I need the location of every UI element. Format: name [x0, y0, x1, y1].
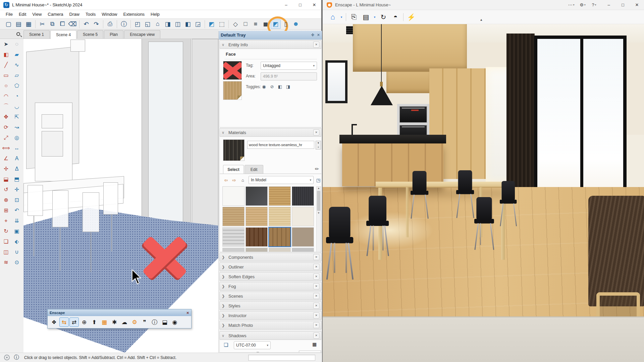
chevron-down-icon[interactable]: ▾: [339, 11, 344, 23]
dimension-tool[interactable]: ↔: [12, 143, 22, 153]
view-front-button[interactable]: ⌂: [153, 19, 163, 29]
swatch-wood-beige[interactable]: [222, 207, 245, 226]
redo-button[interactable]: ↷: [91, 19, 101, 29]
close-icon[interactable]: ✕: [313, 293, 319, 299]
panel-header-entity-info[interactable]: ∨ Entity Info ✕: [219, 40, 322, 49]
secondary-pane-toggle[interactable]: ▾＋: [316, 141, 321, 149]
swatch-gray-a[interactable]: [222, 248, 245, 252]
account-button[interactable]: ◉: [170, 317, 179, 327]
scale-tool[interactable]: ⤢: [1, 132, 11, 143]
page-button[interactable]: ▯: [281, 19, 291, 29]
sample-paint-icon[interactable]: ✎: [314, 166, 320, 172]
live-updates-button[interactable]: ⇆: [59, 317, 69, 327]
style-hidden-line-button[interactable]: □: [240, 19, 251, 29]
measurements-input[interactable]: [248, 355, 315, 361]
upload-management-button[interactable]: ⬆: [90, 317, 99, 327]
home-button[interactable]: ⌂: [327, 11, 339, 23]
screenshot-button[interactable]: ▤: [360, 11, 372, 23]
close-icon[interactable]: ✕: [313, 303, 319, 309]
previous-view-tool[interactable]: ↶: [12, 205, 22, 216]
orbit-tool[interactable]: ↺: [1, 184, 11, 195]
home-icon[interactable]: ⌂: [239, 176, 247, 184]
style-shaded-textures-button[interactable]: ◩: [207, 19, 217, 29]
section-plane-tool[interactable]: ⬓: [1, 174, 11, 184]
push-pull-tool[interactable]: ⇱: [12, 112, 22, 122]
material-collection-dropdown[interactable]: In Model ▾: [249, 176, 314, 184]
close-icon[interactable]: ✕: [317, 33, 320, 37]
close-icon[interactable]: ✕: [313, 322, 319, 328]
tags-tool[interactable]: ⬖: [12, 236, 22, 247]
export-button[interactable]: ⎘: [348, 11, 360, 23]
outer-shell-tool[interactable]: ◫: [1, 247, 11, 257]
zoom-extents-tool[interactable]: ⊞: [1, 205, 11, 216]
swatch-taupe[interactable]: [292, 227, 314, 247]
minimize-button[interactable]: –: [602, 0, 616, 10]
tab-edit[interactable]: Edit: [245, 165, 263, 174]
back-arrow-icon[interactable]: ⇦: [222, 176, 230, 184]
copy-button[interactable]: ⧉: [47, 19, 57, 29]
view-back-button[interactable]: ◫: [173, 19, 183, 29]
swatch-charcoal[interactable]: [246, 186, 268, 206]
maximize-button[interactable]: □: [616, 0, 630, 10]
style-monochrome-button[interactable]: ◼: [261, 19, 271, 29]
back-material-thumb[interactable]: [223, 81, 242, 100]
minimize-button[interactable]: –: [279, 0, 293, 10]
move-tool[interactable]: ✥: [1, 112, 11, 122]
swatch-wood-pale[interactable]: [269, 207, 291, 226]
swatch-wood-light[interactable]: [269, 186, 291, 206]
pan-tool[interactable]: ✛: [12, 184, 22, 195]
close-icon[interactable]: ✕: [313, 254, 319, 260]
close-button[interactable]: ✕: [307, 0, 321, 10]
stamp-tool[interactable]: ⊙: [12, 257, 22, 267]
settings-button[interactable]: ⚙: [130, 317, 139, 327]
lasso-select-tool[interactable]: ◌: [12, 39, 22, 49]
forward-arrow-icon[interactable]: ⇨: [230, 176, 238, 184]
model-viewport[interactable]: Enscape ✕ ❖⇆⇄⊕⬆▦✱☁⚙❞ⓘ⬓◉: [23, 39, 218, 353]
protractor-tool[interactable]: ∠: [1, 153, 11, 164]
asset-store-button[interactable]: ⬓: [160, 317, 169, 327]
position-camera-tool[interactable]: ⌖: [1, 216, 11, 226]
swatch-gray-d[interactable]: [292, 248, 314, 252]
make-component-tool[interactable]: ❏: [1, 236, 11, 247]
undo-button[interactable]: ↶: [81, 19, 91, 29]
vr-headset-button[interactable]: ◓: [389, 11, 401, 23]
zoom-window-tool[interactable]: ⊡: [12, 195, 22, 205]
chevron-down-icon[interactable]: ▾: [372, 11, 377, 23]
details-icon[interactable]: ◳: [315, 176, 322, 184]
eraser-tool[interactable]: ▰: [12, 49, 22, 60]
view-top-button[interactable]: ◱: [143, 19, 153, 29]
swatch-gray-b[interactable]: [246, 248, 268, 252]
look-around-tool[interactable]: ↻: [1, 226, 11, 236]
follow-me-tool[interactable]: ↝: [12, 122, 22, 132]
create-view-button[interactable]: ⊕: [79, 317, 89, 327]
cast-shadows-toggle[interactable]: ◧: [277, 83, 283, 90]
style-textured-active-button[interactable]: ◩: [271, 19, 281, 29]
receive-shadows-toggle[interactable]: ◨: [285, 83, 291, 90]
toggle-shadows-icon[interactable]: ❏: [224, 342, 228, 348]
feedback-button[interactable]: ❞: [140, 317, 149, 327]
more-button[interactable]: ⋯▾: [566, 0, 577, 10]
print-button[interactable]: ⎙: [105, 19, 115, 29]
arc-tool[interactable]: ◠: [1, 91, 11, 101]
text-tool[interactable]: A: [12, 153, 22, 164]
view-sync-button[interactable]: ⇄: [69, 317, 79, 327]
swatch-default-white[interactable]: [222, 186, 245, 206]
account-add-button[interactable]: ☻: [291, 19, 301, 29]
paint-bucket-tool[interactable]: ◧: [1, 49, 11, 60]
two-point-arc-tool[interactable]: ⌒: [1, 101, 11, 112]
help-button[interactable]: ?▾: [588, 0, 600, 10]
close-icon[interactable]: ✕: [313, 129, 319, 135]
swatch-wood-planks[interactable]: [269, 227, 291, 247]
style-xray-button[interactable]: ◇: [230, 19, 240, 29]
display-shadows-icon[interactable]: ▦: [312, 342, 317, 347]
three-point-arc-tool[interactable]: ◡: [12, 101, 22, 112]
about-button[interactable]: ⓘ: [150, 317, 159, 327]
swatch-gray-stripes[interactable]: [222, 227, 245, 247]
polygon-tool[interactable]: ⬠: [12, 80, 22, 91]
view-left-button[interactable]: ◧: [183, 19, 193, 29]
pie-tool[interactable]: ◔: [12, 91, 22, 101]
collapse-ribbon-icon[interactable]: ▴: [480, 17, 482, 22]
cut-button[interactable]: ✂: [37, 19, 47, 29]
swatch-wood-tan[interactable]: [246, 207, 268, 226]
lock-toggle[interactable]: ⊘: [269, 83, 275, 90]
